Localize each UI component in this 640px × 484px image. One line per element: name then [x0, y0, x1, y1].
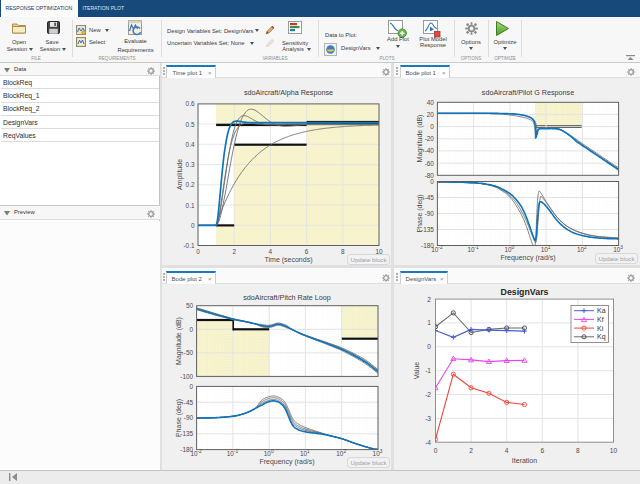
svg-text:0.3: 0.3 — [186, 161, 195, 168]
svg-text:Iteration: Iteration — [512, 457, 537, 464]
svg-text:Ki: Ki — [597, 325, 604, 332]
svg-text:2: 2 — [427, 296, 431, 303]
svg-text:-50: -50 — [184, 349, 194, 356]
svg-text:10: 10 — [610, 447, 618, 454]
svg-text:10-2: 10-2 — [431, 245, 443, 253]
svg-text:Phase (deg): Phase (deg) — [416, 194, 424, 232]
svg-text:DesignVars: DesignVars — [501, 287, 549, 297]
svg-text:0: 0 — [434, 447, 438, 454]
svg-text:2: 2 — [232, 248, 236, 255]
svg-text:6: 6 — [540, 447, 544, 454]
svg-text:Ka: Ka — [597, 307, 606, 314]
svg-text:102: 102 — [577, 245, 587, 253]
svg-text:-90: -90 — [425, 210, 435, 217]
svg-text:-2: -2 — [425, 391, 431, 398]
svg-text:0: 0 — [190, 326, 194, 333]
svg-text:Kf: Kf — [597, 316, 604, 323]
svg-text:10-1: 10-1 — [227, 449, 239, 457]
svg-text:Amplitude: Amplitude — [176, 159, 184, 190]
svg-text:sdoAircraft/Pitch Rate Loop: sdoAircraft/Pitch Rate Loop — [243, 293, 331, 302]
svg-text:Frequency (rad/s): Frequency (rad/s) — [500, 254, 555, 262]
svg-text:8: 8 — [341, 248, 345, 255]
svg-text:103: 103 — [373, 449, 383, 457]
svg-text:-45: -45 — [425, 194, 435, 201]
svg-text:0.5: 0.5 — [186, 121, 195, 128]
svg-text:6: 6 — [305, 248, 309, 255]
svg-text:0: 0 — [430, 123, 434, 130]
svg-text:0: 0 — [430, 178, 434, 185]
svg-text:100: 100 — [505, 245, 515, 253]
svg-text:0.1: 0.1 — [186, 202, 195, 209]
svg-text:4: 4 — [269, 248, 273, 255]
svg-text:-4: -4 — [425, 439, 431, 446]
svg-text:sdoAircraft/Pilot G Response: sdoAircraft/Pilot G Response — [482, 88, 574, 97]
svg-text:10-2: 10-2 — [190, 449, 202, 457]
svg-text:101: 101 — [541, 245, 551, 253]
svg-text:100: 100 — [264, 449, 274, 457]
svg-text:20: 20 — [427, 111, 435, 118]
svg-text:-135: -135 — [180, 430, 193, 437]
svg-text:0.6: 0.6 — [186, 100, 195, 107]
svg-text:40: 40 — [427, 99, 435, 106]
svg-text:-100: -100 — [180, 373, 193, 380]
svg-text:Value: Value — [413, 362, 420, 379]
svg-text:sdoAircraft/Alpha Response: sdoAircraft/Alpha Response — [244, 88, 333, 97]
svg-text:0: 0 — [427, 343, 431, 350]
svg-text:-45: -45 — [184, 399, 194, 406]
svg-text:-3: -3 — [425, 415, 431, 422]
svg-text:103: 103 — [613, 245, 623, 253]
svg-text:-135: -135 — [421, 226, 434, 233]
svg-text:0: 0 — [196, 248, 200, 255]
svg-text:2: 2 — [469, 447, 473, 454]
svg-text:102: 102 — [336, 449, 346, 457]
svg-text:10-1: 10-1 — [467, 245, 479, 253]
svg-text:Frequency (rad/s): Frequency (rad/s) — [259, 458, 314, 466]
svg-text:-1: -1 — [425, 367, 431, 374]
svg-text:4: 4 — [505, 447, 509, 454]
svg-text:50: 50 — [186, 302, 194, 309]
svg-text:Kq: Kq — [597, 333, 606, 341]
svg-text:0.4: 0.4 — [186, 141, 195, 148]
svg-text:Time (seconds): Time (seconds) — [265, 256, 313, 264]
svg-text:Phase (deg): Phase (deg) — [175, 399, 183, 437]
svg-text:-90: -90 — [184, 414, 194, 421]
svg-text:Magnitude (dB): Magnitude (dB) — [175, 317, 183, 365]
svg-text:8: 8 — [576, 447, 580, 454]
svg-text:-40: -40 — [425, 147, 435, 154]
svg-text:101: 101 — [300, 449, 310, 457]
svg-text:-60: -60 — [425, 160, 435, 167]
svg-text:0: 0 — [191, 222, 195, 229]
svg-text:-20: -20 — [425, 135, 435, 142]
svg-text:0: 0 — [190, 383, 194, 390]
svg-text:-0.1: -0.1 — [183, 242, 194, 249]
svg-text:1: 1 — [427, 319, 431, 326]
svg-text:Magnitude (dB): Magnitude (dB) — [416, 115, 424, 163]
svg-text:0.2: 0.2 — [186, 181, 195, 188]
